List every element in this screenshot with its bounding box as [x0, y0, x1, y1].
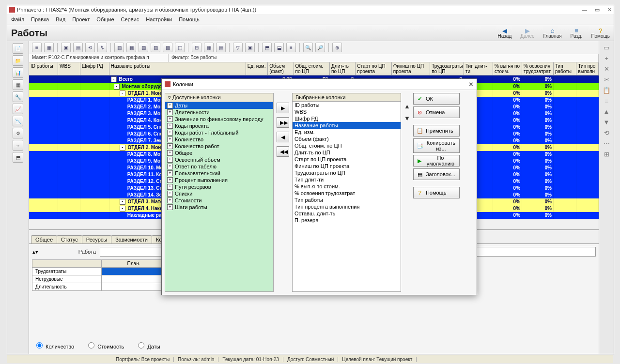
- nav-help[interactable]: ?Помощь: [591, 28, 610, 39]
- col-acttype[interactable]: Тип работы: [554, 62, 577, 75]
- avail-item[interactable]: +Коды работ - Глобальный: [165, 129, 273, 136]
- col-labor[interactable]: Трудозатраты по ЦП: [430, 62, 464, 75]
- col-unit[interactable]: Ед. изм.: [246, 62, 268, 75]
- sel-item[interactable]: Оставш. длит-ть: [293, 210, 401, 217]
- rtool-6[interactable]: ▲: [602, 108, 611, 117]
- tool-26[interactable]: 🔍: [303, 43, 313, 52]
- move-up-button[interactable]: ▲: [404, 103, 410, 110]
- remove-all-button[interactable]: ◀◀: [277, 146, 289, 157]
- col-wbs[interactable]: WBS: [58, 62, 80, 75]
- avail-item[interactable]: +Шаги работы: [165, 204, 273, 211]
- tool-27[interactable]: 🔎: [315, 43, 325, 52]
- nav-back[interactable]: ◀Назад: [498, 28, 512, 39]
- col-pctlabor[interactable]: % освоения трудозатрат: [522, 62, 554, 75]
- rtool-10[interactable]: ⊞: [602, 151, 611, 159]
- rtool-4[interactable]: 📋: [602, 87, 611, 95]
- rtool-5[interactable]: ≡: [602, 97, 611, 106]
- sel-item[interactable]: Ед. изм.: [293, 129, 401, 136]
- avail-item[interactable]: +Пользовательский: [165, 170, 273, 177]
- ltool-3[interactable]: ▦: [13, 79, 23, 90]
- sel-item[interactable]: % вып-я по стоим.: [293, 183, 401, 190]
- menu-Проект[interactable]: Проект: [72, 16, 90, 22]
- avail-item[interactable]: +Процент выполнения: [165, 177, 273, 183]
- col-id[interactable]: ID работы: [29, 62, 58, 75]
- sel-item[interactable]: Трудозатраты по ЦП: [293, 169, 401, 176]
- radio-dates[interactable]: Даты: [136, 341, 160, 349]
- col-vol[interactable]: Объем (факт): [268, 62, 294, 75]
- tool-23[interactable]: ⬓: [274, 43, 284, 52]
- tool-15[interactable]: ⊟: [192, 43, 202, 52]
- sel-item[interactable]: Финиш по ЦП проекта: [293, 163, 401, 169]
- menu-Файл[interactable]: Файл: [11, 16, 24, 22]
- ltool-5[interactable]: 📈: [13, 104, 23, 114]
- tool-11[interactable]: ▨: [151, 43, 160, 52]
- avail-item[interactable]: +Количество работ: [165, 143, 273, 150]
- dialog-close-button[interactable]: ✕: [468, 81, 474, 88]
- tab-Зависимости[interactable]: Зависимости: [111, 235, 152, 243]
- add-all-button[interactable]: ▶▶: [277, 117, 289, 128]
- tool-17[interactable]: ▤: [216, 43, 226, 52]
- tool-20[interactable]: ▣: [245, 43, 255, 52]
- tool-5[interactable]: ⟲: [85, 43, 95, 52]
- avail-item[interactable]: +Освоенный объем: [165, 156, 273, 163]
- avail-item[interactable]: +Значение по финансовому периоду: [165, 116, 273, 122]
- ltool-2[interactable]: 📊: [13, 67, 23, 78]
- cell-labor-plan[interactable]: [102, 268, 166, 275]
- ltool-7[interactable]: ⚙: [13, 128, 23, 138]
- tool-0[interactable]: ≡: [32, 43, 42, 52]
- col-start[interactable]: Старт по ЦП проекта: [356, 62, 392, 75]
- col-pctcost[interactable]: % вып-я по стоим.: [493, 62, 522, 75]
- rtool-0[interactable]: ▭: [602, 44, 611, 53]
- tool-12[interactable]: ▩: [163, 43, 172, 52]
- spinner-icon[interactable]: ▴▾: [32, 249, 39, 255]
- tool-19[interactable]: ▽: [233, 43, 243, 52]
- dialog-help-button[interactable]: ?Помощь: [413, 187, 460, 198]
- sel-item[interactable]: Объем (факт): [293, 136, 401, 142]
- minimize-button[interactable]: —: [582, 7, 587, 13]
- rtool-3[interactable]: ✂: [602, 76, 611, 85]
- tool-29[interactable]: ⊕: [332, 43, 342, 52]
- col-code[interactable]: Шифр РД: [80, 62, 109, 75]
- sel-item[interactable]: Общ. стоим. по ЦП: [293, 142, 401, 149]
- selected-list[interactable]: ID работыWBSШифр РДНазвание работыЕд. из…: [292, 102, 401, 292]
- maximize-button[interactable]: ▭: [595, 7, 600, 13]
- sel-item[interactable]: ID работы: [293, 102, 401, 108]
- tool-9[interactable]: ▦: [126, 43, 136, 52]
- copy-from-button[interactable]: 📑Копировать из...: [413, 138, 460, 153]
- sel-item[interactable]: Старт по ЦП проекта: [293, 156, 401, 163]
- tool-1[interactable]: ▦: [44, 43, 54, 52]
- nav-home[interactable]: ⌂Главная: [543, 28, 562, 39]
- rtool-8[interactable]: ⟲: [602, 129, 611, 138]
- tab-Общее[interactable]: Общее: [31, 235, 57, 243]
- ok-button[interactable]: ✔ОК: [413, 93, 460, 105]
- menu-Помощь[interactable]: Помощь: [179, 16, 200, 22]
- sel-item[interactable]: Шифр РД: [293, 115, 401, 122]
- radio-cost[interactable]: Стоимость: [86, 341, 124, 349]
- move-down-button[interactable]: ▼: [404, 115, 410, 122]
- tool-13[interactable]: ◫: [175, 43, 185, 52]
- col-finish[interactable]: Финиш по ЦП проекта: [392, 62, 430, 75]
- tool-24[interactable]: ≡: [286, 43, 296, 52]
- cell-nonlabor-plan[interactable]: [102, 275, 166, 283]
- radio-quantity[interactable]: Количество: [34, 341, 74, 349]
- avail-item[interactable]: +Общее: [165, 150, 273, 156]
- cancel-button[interactable]: ⊘Отмена: [413, 106, 460, 118]
- avail-item[interactable]: +Длительности: [165, 109, 273, 116]
- tool-16[interactable]: ▦: [204, 43, 214, 52]
- layout-name[interactable]: Макет: P102-C Планирование и контроль гр…: [29, 54, 169, 62]
- cell-duration-plan[interactable]: [102, 283, 166, 291]
- avail-item[interactable]: +Пути резервов: [165, 183, 273, 190]
- remove-button[interactable]: ◀: [277, 132, 289, 142]
- rtool-7[interactable]: ▼: [602, 119, 611, 127]
- menu-Правка[interactable]: Правка: [31, 16, 49, 22]
- col-pcttype[interactable]: Тип про выполн: [576, 62, 599, 75]
- add-button[interactable]: ▶: [277, 103, 289, 113]
- sel-item[interactable]: Тип длит-ти: [293, 176, 401, 183]
- ltool-1[interactable]: 📁: [13, 55, 23, 66]
- rtool-2[interactable]: ✕: [602, 65, 611, 74]
- ltool-9[interactable]: ⬒: [13, 152, 23, 163]
- avail-item[interactable]: +Даты: [165, 102, 273, 109]
- tool-4[interactable]: ▤: [73, 43, 83, 52]
- filter-name[interactable]: Фильтр: Все работы: [169, 54, 599, 62]
- col-dur[interactable]: Длит-ть по ЦП: [330, 62, 356, 75]
